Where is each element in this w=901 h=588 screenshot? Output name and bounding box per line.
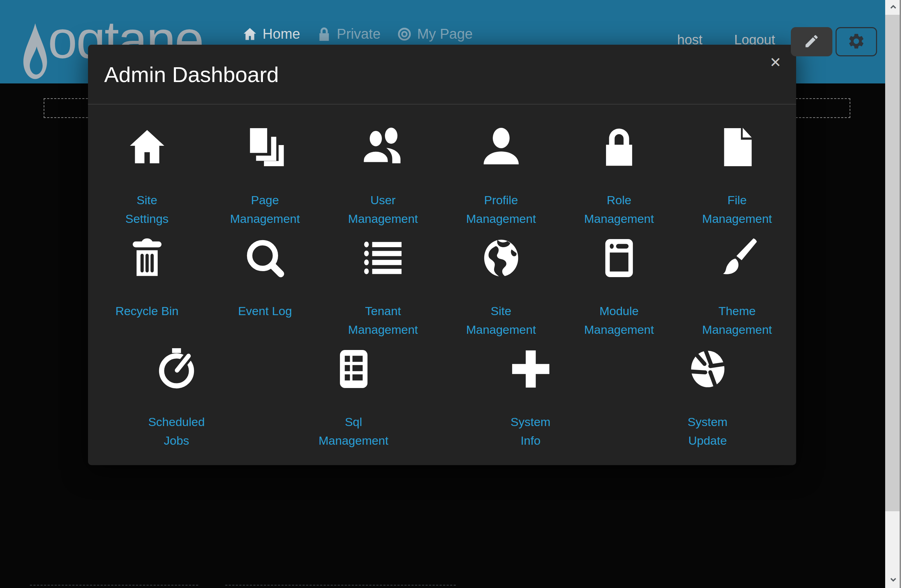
edit-mode-button[interactable] bbox=[791, 27, 832, 56]
admin-tile-profile-management[interactable]: ProfileManagement bbox=[442, 104, 560, 215]
home-icon bbox=[88, 125, 206, 169]
admin-tile-row: SiteSettingsPageManagementUserManagement… bbox=[88, 104, 796, 215]
people-icon bbox=[324, 125, 442, 169]
admin-tile-label: Recycle Bin bbox=[88, 302, 206, 320]
admin-tile-site-settings[interactable]: SiteSettings bbox=[88, 104, 206, 215]
admin-tile-user-management[interactable]: UserManagement bbox=[324, 104, 442, 215]
lock-icon bbox=[316, 27, 332, 42]
chevron-up-icon bbox=[889, 2, 898, 12]
clipped-bottom-pane-right bbox=[225, 585, 456, 588]
admin-tile-row: Recycle BinEvent LogTenantManagementSite… bbox=[88, 215, 796, 326]
window-edge bbox=[899, 0, 901, 588]
scrollbar-thumb[interactable] bbox=[885, 15, 901, 511]
scroll-down-button[interactable] bbox=[885, 573, 901, 588]
file-icon bbox=[678, 125, 796, 169]
clipped-bottom-pane-left bbox=[30, 585, 198, 588]
admin-tile-scheduled-jobs[interactable]: ScheduledJobs bbox=[118, 326, 235, 437]
admin-tile-label: SystemUpdate bbox=[648, 413, 767, 450]
admin-tile-event-log[interactable]: Event Log bbox=[206, 215, 324, 326]
nav-item-label: Home bbox=[263, 26, 300, 42]
aperture-icon bbox=[648, 347, 767, 391]
nav-item-home[interactable]: Home bbox=[242, 26, 300, 42]
admin-tile-label: SqlManagement bbox=[295, 413, 413, 450]
drop-icon bbox=[20, 22, 50, 81]
admin-tile-module-management[interactable]: ModuleManagement bbox=[560, 215, 678, 326]
pages-icon bbox=[206, 125, 324, 169]
admin-tile-row: ScheduledJobsSqlManagementSystemInfoSyst… bbox=[88, 326, 796, 437]
brush-icon bbox=[678, 236, 796, 280]
trash-icon bbox=[88, 236, 206, 280]
admin-tile-label: SystemInfo bbox=[472, 413, 589, 450]
admin-tile-grid: SiteSettingsPageManagementUserManagement… bbox=[88, 104, 796, 437]
admin-tile-theme-management[interactable]: ThemeManagement bbox=[678, 215, 796, 326]
admin-tile-site-management[interactable]: SiteManagement bbox=[442, 215, 560, 326]
admin-tile-label: ScheduledJobs bbox=[118, 413, 235, 450]
settings-button[interactable] bbox=[836, 27, 877, 56]
admin-dashboard-modal: Admin Dashboard ✕ SiteSettingsPageManage… bbox=[88, 45, 796, 465]
modal-title: Admin Dashboard bbox=[104, 64, 279, 86]
stopwatch-icon bbox=[118, 347, 235, 391]
target-icon bbox=[397, 27, 412, 42]
lock-icon bbox=[560, 125, 678, 169]
admin-tile-tenant-management[interactable]: TenantManagement bbox=[324, 215, 442, 326]
pencil-icon bbox=[803, 33, 820, 51]
module-icon bbox=[560, 236, 678, 280]
admin-tile-label: Event Log bbox=[206, 302, 324, 320]
nav-item-private[interactable]: Private bbox=[316, 26, 381, 42]
person-icon bbox=[442, 125, 560, 169]
nav-item-label: My Page bbox=[417, 26, 473, 42]
admin-tile-system-update[interactable]: SystemUpdate bbox=[648, 326, 767, 437]
list-icon bbox=[324, 236, 442, 280]
close-icon[interactable]: ✕ bbox=[769, 55, 781, 70]
admin-tile-role-management[interactable]: RoleManagement bbox=[560, 104, 678, 215]
globe-icon bbox=[442, 236, 560, 280]
page: oqtane Home Private My Page host Logout … bbox=[0, 0, 901, 588]
admin-tile-sql-management[interactable]: SqlManagement bbox=[295, 326, 413, 437]
scroll-up-button[interactable] bbox=[885, 0, 901, 15]
search-icon bbox=[206, 236, 324, 280]
nav-item-label: Private bbox=[337, 26, 381, 42]
gear-icon bbox=[847, 32, 865, 52]
chevron-down-icon bbox=[889, 576, 898, 586]
main-nav: Home Private My Page bbox=[242, 26, 473, 42]
admin-tile-page-management[interactable]: PageManagement bbox=[206, 104, 324, 215]
plus-icon bbox=[472, 347, 589, 391]
home-icon bbox=[242, 27, 258, 42]
site-logo[interactable]: oqtane bbox=[20, 22, 50, 81]
admin-tile-system-info[interactable]: SystemInfo bbox=[472, 326, 589, 437]
nav-item-my-page[interactable]: My Page bbox=[397, 26, 473, 42]
table-icon bbox=[295, 347, 413, 391]
admin-tile-file-management[interactable]: FileManagement bbox=[678, 104, 796, 215]
admin-tile-recycle-bin[interactable]: Recycle Bin bbox=[88, 215, 206, 326]
vertical-scrollbar[interactable] bbox=[885, 0, 901, 588]
